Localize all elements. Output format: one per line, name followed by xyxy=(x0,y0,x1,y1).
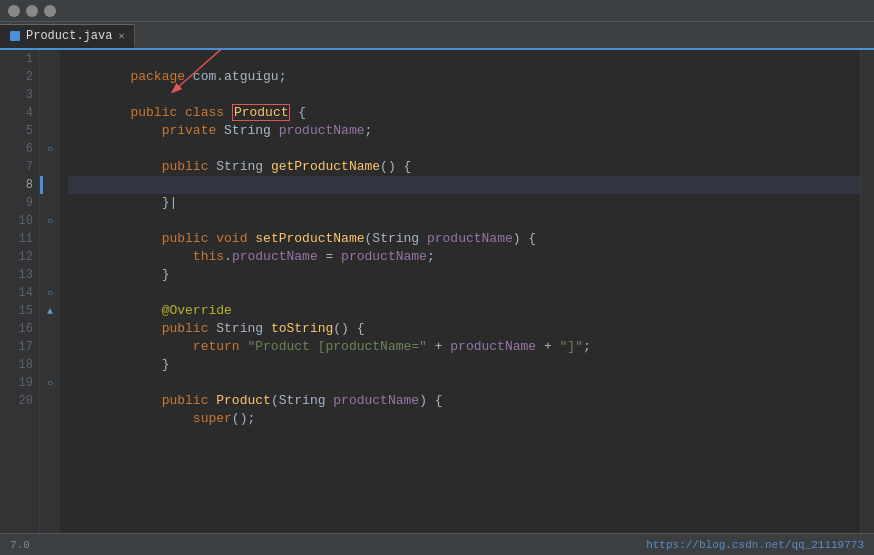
line-num-14: 14 xyxy=(0,284,39,302)
line-num-11: 11 xyxy=(0,230,39,248)
line-num-13: 13 xyxy=(0,266,39,284)
code-line-16: return "Product [productName=" + product… xyxy=(68,320,860,338)
tab-label: Product.java xyxy=(26,29,112,43)
code-line-4: private String productName; xyxy=(68,104,860,122)
tab-bar: Product.java ✕ xyxy=(0,22,874,50)
fold-11 xyxy=(40,230,60,248)
code-line-15: public String toString() { xyxy=(68,302,860,320)
editor-container: 1 2 3 4 5 6 7 8 9 10 11 12 13 14 15 16 1… xyxy=(0,50,874,533)
title-bar xyxy=(0,0,874,22)
code-line-5 xyxy=(68,122,860,140)
line-num-10: 10 xyxy=(0,212,39,230)
code-lines: package com.atguigu; public class Produc… xyxy=(68,50,860,410)
tab-product-java[interactable]: Product.java ✕ xyxy=(0,24,135,48)
fold-16 xyxy=(40,320,60,338)
code-line-18 xyxy=(68,356,860,374)
fold-18 xyxy=(40,356,60,374)
fold-4 xyxy=(40,104,60,122)
fold-2 xyxy=(40,68,60,86)
line-numbers: 1 2 3 4 5 6 7 8 9 10 11 12 13 14 15 16 1… xyxy=(0,50,40,533)
line-num-16: 16 xyxy=(0,320,39,338)
tab-close-icon[interactable]: ✕ xyxy=(118,30,124,42)
code-line-13 xyxy=(68,266,860,284)
window-controls[interactable] xyxy=(8,5,56,17)
fold-3 xyxy=(40,86,60,104)
fold-19[interactable]: ○ xyxy=(40,374,60,392)
status-link[interactable]: https://blog.csdn.net/qq_21119773 xyxy=(646,539,864,551)
fold-10[interactable]: ○ xyxy=(40,212,60,230)
minimize-icon[interactable] xyxy=(26,5,38,17)
line-num-19: 19 xyxy=(0,374,39,392)
fold-9 xyxy=(40,194,60,212)
active-line-indicator xyxy=(40,176,43,194)
java-file-icon xyxy=(10,31,20,41)
right-panel xyxy=(860,50,874,533)
fold-13 xyxy=(40,266,60,284)
fold-6[interactable]: ○ xyxy=(40,140,60,158)
code-line-11: this.productName = productName; xyxy=(68,230,860,248)
code-line-2 xyxy=(68,68,860,86)
fold-markers: ○ ○ ○ ▲ ○ xyxy=(40,50,60,533)
fold-8 xyxy=(40,176,60,194)
code-line-10: public void setProductName(String produc… xyxy=(68,212,860,230)
fold-15[interactable]: ▲ xyxy=(40,302,60,320)
code-editor[interactable]: package com.atguigu; public class Produc… xyxy=(60,50,860,533)
line-num-9: 9 xyxy=(0,194,39,212)
fold-12 xyxy=(40,248,60,266)
line-num-6: 6 xyxy=(0,140,39,158)
close-icon[interactable] xyxy=(8,5,20,17)
fold-20 xyxy=(40,392,60,410)
fold-14[interactable]: ○ xyxy=(40,284,60,302)
code-line-7: return productName; xyxy=(68,158,860,176)
code-line-20: super(); xyxy=(68,392,860,410)
line-num-18: 18 xyxy=(0,356,39,374)
code-line-12: } xyxy=(68,248,860,266)
status-bar: 7.0 https://blog.csdn.net/qq_21119773 xyxy=(0,533,874,555)
fold-7 xyxy=(40,158,60,176)
status-right: https://blog.csdn.net/qq_21119773 xyxy=(646,539,864,551)
code-line-9 xyxy=(68,194,860,212)
line-num-20: 20 xyxy=(0,392,39,410)
status-version: 7.0 xyxy=(10,539,30,551)
code-line-6: public String getProductName() { xyxy=(68,140,860,158)
code-line-3: public class Product { xyxy=(68,86,860,104)
code-line-14: @Override xyxy=(68,284,860,302)
line-num-8: 8 xyxy=(0,176,39,194)
line-num-7: 7 xyxy=(0,158,39,176)
line-num-3: 3 xyxy=(0,86,39,104)
maximize-icon[interactable] xyxy=(44,5,56,17)
line-num-1: 1 xyxy=(0,50,39,68)
kw-super: super xyxy=(193,411,232,426)
code-line-17: } xyxy=(68,338,860,356)
line-num-5: 5 xyxy=(0,122,39,140)
code-line-19: public Product(String productName) { xyxy=(68,374,860,392)
fold-17 xyxy=(40,338,60,356)
fold-5 xyxy=(40,122,60,140)
code-line-1: package com.atguigu; xyxy=(68,50,860,68)
fold-1 xyxy=(40,50,60,68)
line-num-12: 12 xyxy=(0,248,39,266)
line-num-2: 2 xyxy=(0,68,39,86)
code-line-8: }| xyxy=(68,176,860,194)
line-num-4: 4 xyxy=(0,104,39,122)
line-num-15: 15 xyxy=(0,302,39,320)
line-num-17: 17 xyxy=(0,338,39,356)
